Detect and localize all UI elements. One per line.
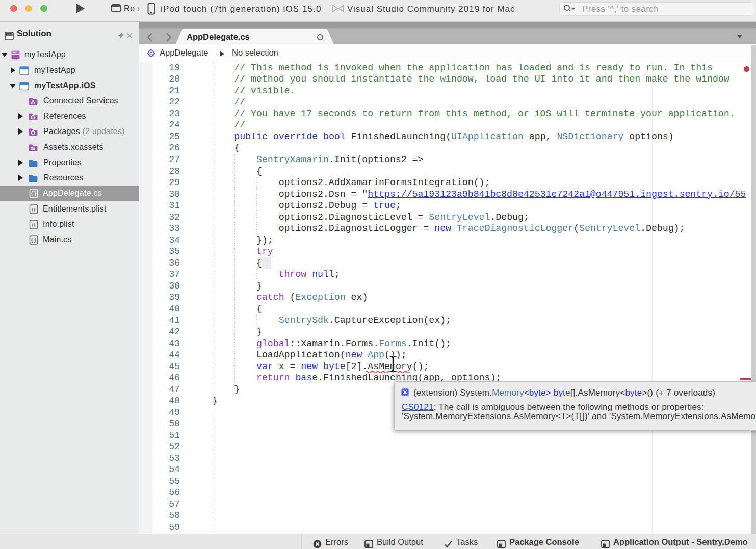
svg-text:{}: {} — [31, 191, 37, 197]
svg-text:C: C — [149, 50, 153, 56]
svg-text:{}: {} — [31, 238, 37, 243]
